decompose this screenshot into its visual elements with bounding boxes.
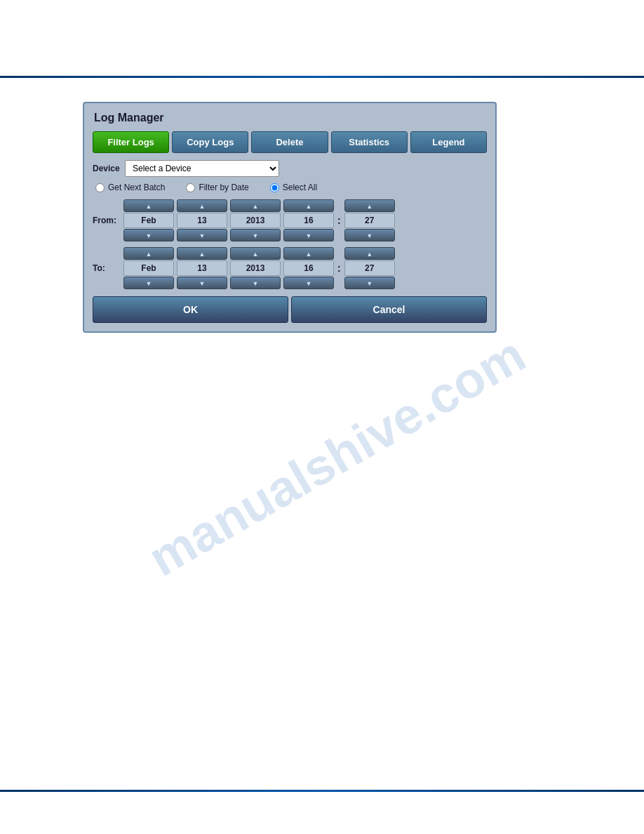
from-month-down-button[interactable] <box>123 229 174 241</box>
legend-button[interactable]: Legend <box>410 131 487 153</box>
device-select[interactable]: Select a Device <box>125 160 279 177</box>
down-arrow-icon <box>306 232 312 239</box>
up-arrow-icon <box>306 250 312 258</box>
from-year-spinner: 2013 <box>230 199 281 241</box>
from-minute-value: 27 <box>344 213 395 228</box>
device-row: Device Select a Device <box>93 160 487 177</box>
down-arrow-icon <box>253 279 259 287</box>
to-year-down-button[interactable] <box>230 277 281 289</box>
from-label: From: <box>93 216 119 225</box>
to-day-up-button[interactable] <box>177 247 227 260</box>
from-section: From: Feb 13 2013 1 <box>93 199 487 241</box>
from-hour-spinner: 16 <box>283 199 334 241</box>
from-time-colon: : <box>337 215 341 226</box>
down-arrow-icon <box>146 232 152 239</box>
to-day-spinner: 13 <box>177 247 227 289</box>
cancel-button[interactable]: Cancel <box>291 296 487 323</box>
radio-filter-by-date-input[interactable] <box>186 183 195 192</box>
from-day-value: 13 <box>177 213 227 228</box>
to-hour-value: 16 <box>283 260 334 276</box>
to-year-up-button[interactable] <box>230 247 281 260</box>
from-date-fields: Feb 13 2013 16 : <box>123 199 487 241</box>
to-month-value: Feb <box>123 260 174 276</box>
to-section: To: Feb 13 2013 16 <box>93 247 487 289</box>
bottom-divider <box>0 790 644 792</box>
filter-logs-button[interactable]: Filter Logs <box>93 131 169 153</box>
from-hour-up-button[interactable] <box>283 199 334 212</box>
from-month-value: Feb <box>123 213 174 228</box>
to-label: To: <box>93 263 119 273</box>
from-year-down-button[interactable] <box>230 229 281 241</box>
to-day-value: 13 <box>177 260 227 276</box>
radio-get-next-batch-input[interactable] <box>95 183 105 192</box>
up-arrow-icon <box>253 250 259 258</box>
from-year-value: 2013 <box>230 213 281 228</box>
footer-buttons: OK Cancel <box>93 296 487 323</box>
to-time-colon: : <box>337 263 341 274</box>
from-minute-up-button[interactable] <box>344 199 395 212</box>
up-arrow-icon <box>253 202 259 210</box>
to-hour-down-button[interactable] <box>283 277 334 289</box>
down-arrow-icon <box>366 279 373 287</box>
up-arrow-icon <box>146 250 152 258</box>
device-label: Device <box>93 164 121 173</box>
toolbar: Filter Logs Copy Logs Delete Statistics … <box>93 131 487 153</box>
from-minute-spinner: 27 <box>344 199 395 241</box>
ok-button[interactable]: OK <box>93 296 288 323</box>
to-minute-up-button[interactable] <box>344 247 395 260</box>
to-day-down-button[interactable] <box>177 277 227 289</box>
down-arrow-icon <box>306 279 312 287</box>
radio-filter-by-date-label: Filter by Date <box>199 183 248 192</box>
radio-select-all-input[interactable] <box>270 183 279 192</box>
from-hour-down-button[interactable] <box>283 229 334 241</box>
to-minute-spinner: 27 <box>344 247 395 289</box>
to-minute-down-button[interactable] <box>344 277 395 289</box>
from-month-spinner: Feb <box>123 199 174 241</box>
copy-logs-button[interactable]: Copy Logs <box>172 131 248 153</box>
radio-filter-by-date[interactable]: Filter by Date <box>186 183 248 192</box>
to-minute-value: 27 <box>344 260 395 276</box>
radio-select-all[interactable]: Select All <box>270 183 317 192</box>
up-arrow-icon <box>146 202 152 210</box>
top-divider <box>0 76 644 78</box>
from-day-spinner: 13 <box>177 199 227 241</box>
from-minute-down-button[interactable] <box>344 229 395 241</box>
radio-row: Get Next Batch Filter by Date Select All <box>93 183 487 192</box>
down-arrow-icon <box>199 232 206 239</box>
statistics-button[interactable]: Statistics <box>331 131 408 153</box>
to-month-down-button[interactable] <box>123 277 174 289</box>
to-month-spinner: Feb <box>123 247 174 289</box>
to-hour-spinner: 16 <box>283 247 334 289</box>
to-month-up-button[interactable] <box>123 247 174 260</box>
log-manager-dialog: Log Manager Filter Logs Copy Logs Delete… <box>83 102 497 333</box>
delete-button[interactable]: Delete <box>251 131 328 153</box>
from-month-up-button[interactable] <box>123 199 174 212</box>
dialog-title: Log Manager <box>93 112 487 124</box>
from-hour-value: 16 <box>283 213 334 228</box>
down-arrow-icon <box>146 279 152 287</box>
up-arrow-icon <box>199 250 206 258</box>
up-arrow-icon <box>366 202 373 210</box>
to-year-value: 2013 <box>230 260 281 276</box>
to-date-fields: Feb 13 2013 16 : <box>123 247 487 289</box>
from-day-up-button[interactable] <box>177 199 227 212</box>
from-day-down-button[interactable] <box>177 229 227 241</box>
radio-get-next-batch-label: Get Next Batch <box>108 183 165 192</box>
down-arrow-icon <box>199 279 206 287</box>
up-arrow-icon <box>199 202 206 210</box>
down-arrow-icon <box>253 232 259 239</box>
down-arrow-icon <box>366 232 373 239</box>
to-hour-up-button[interactable] <box>283 247 334 260</box>
from-year-up-button[interactable] <box>230 199 281 212</box>
radio-select-all-label: Select All <box>283 183 317 192</box>
to-year-spinner: 2013 <box>230 247 281 289</box>
up-arrow-icon <box>306 202 312 210</box>
up-arrow-icon <box>366 250 373 258</box>
radio-get-next-batch[interactable]: Get Next Batch <box>95 183 165 192</box>
